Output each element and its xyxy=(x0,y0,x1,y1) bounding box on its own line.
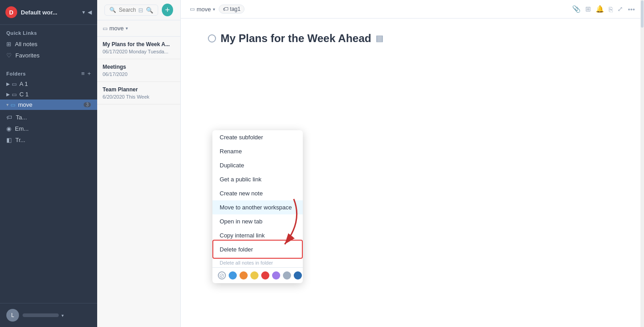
menu-item-create-subfolder[interactable]: Create subfolder xyxy=(212,130,303,144)
folder-name: A 1 xyxy=(19,81,91,87)
all-notes-label: All notes xyxy=(15,41,38,47)
search-box[interactable]: 🔍 ⊟ 🔍 xyxy=(104,5,158,16)
breadcrumb-tag-text: tag1 xyxy=(230,6,240,12)
attachment-icon[interactable]: 📎 xyxy=(572,5,581,13)
share-icon[interactable]: ⎘ xyxy=(609,5,613,13)
chevron-down-icon[interactable]: ▾ xyxy=(82,9,85,15)
context-menu: Create subfolder Rename Duplicate Get a … xyxy=(212,130,303,283)
folders-section-header: Folders ≡ + xyxy=(0,66,97,79)
breadcrumb-bar: ▭ move ▾ 🏷 tag1 📎 ⊞ 🔔 ⎘ ⤢ ••• xyxy=(181,0,644,19)
folder-item-a1[interactable]: ▶ ▭ A 1 xyxy=(0,79,97,89)
chevron-down-icon: ▾ xyxy=(6,102,9,107)
note-title: My Plans for the Week A... xyxy=(103,41,175,47)
color-blue[interactable] xyxy=(229,271,237,280)
color-picker-row xyxy=(212,267,303,283)
color-none[interactable] xyxy=(218,271,226,280)
scrollbar-thumb[interactable] xyxy=(641,0,644,28)
search-icon: 🔍 xyxy=(109,7,116,13)
user-menu-chevron[interactable]: ▾ xyxy=(61,313,64,318)
color-yellow[interactable] xyxy=(250,271,259,280)
main-scrollbar[interactable] xyxy=(640,0,644,327)
sidebar-item-all-notes[interactable]: ⊞ All notes xyxy=(0,38,97,50)
chevron-down-icon: ▾ xyxy=(213,7,215,12)
note-date: 6/20/2020 This Week xyxy=(103,94,175,100)
tag-icon: 🏷 xyxy=(6,114,12,121)
folders-sort-icon[interactable]: ≡ xyxy=(81,70,85,77)
search-magnify-icon[interactable]: 🔍 xyxy=(146,7,153,14)
menu-item-copy-internal-link[interactable]: Copy internal link xyxy=(212,228,303,242)
color-orange[interactable] xyxy=(240,271,248,280)
chevron-down-icon: ▾ xyxy=(126,26,128,31)
emojis-label: Em... xyxy=(15,125,28,132)
sidebar-item-tags[interactable]: 🏷 Ta... xyxy=(6,112,91,123)
grid-icon: ⊞ xyxy=(6,41,11,47)
color-red[interactable] xyxy=(261,271,269,280)
sidebar-item-favorites[interactable]: ♡ Favorites xyxy=(0,50,97,61)
grid-view-icon[interactable]: ⊞ xyxy=(585,5,591,13)
sidebar-item-emojis[interactable]: ◉ Em... xyxy=(6,123,91,134)
quick-links-title: Quick Links xyxy=(0,30,97,38)
template-icon: ◧ xyxy=(6,137,12,143)
menu-item-delete-all-notes[interactable]: Delete all notes in folder xyxy=(212,256,303,267)
folders-list: ▶ ▭ A 1 ▶ ▭ C 1 ▾ ▭ move 3 xyxy=(0,79,97,110)
emoji-icon: ◉ xyxy=(6,125,11,132)
menu-item-open-new-tab[interactable]: Open in new tab xyxy=(212,214,303,228)
sidebar-item-templates[interactable]: ◧ Tr... xyxy=(6,134,91,146)
note-date: 06/17/2020 xyxy=(103,71,175,77)
bell-icon[interactable]: 🔔 xyxy=(596,5,604,13)
breadcrumb-folder[interactable]: ▭ move ▾ xyxy=(190,6,215,13)
color-gray[interactable] xyxy=(283,271,291,280)
folders-title: Folders xyxy=(6,71,81,76)
folder-name: C 1 xyxy=(19,91,91,98)
menu-item-rename[interactable]: Rename xyxy=(212,144,303,158)
notes-panel-header: ▭ move ▾ xyxy=(97,20,180,37)
breadcrumb-tag[interactable]: 🏷 tag1 xyxy=(219,5,244,14)
templates-label: Tr... xyxy=(15,137,25,143)
folder-icon: ▭ xyxy=(12,91,17,98)
sidebar: D Default wor... ▾ ◀ Quick Links ⊞ All n… xyxy=(0,0,97,327)
collapse-sidebar-icon[interactable]: ◀ xyxy=(88,9,92,15)
add-note-button[interactable]: + xyxy=(162,4,173,16)
user-name-bar xyxy=(23,313,59,317)
menu-item-get-public-link[interactable]: Get a public link xyxy=(212,172,303,186)
note-item-2[interactable]: Team Planner 6/20/2020 This Week xyxy=(97,82,180,104)
note-date: 06/17/2020 Monday Tuesda... xyxy=(103,49,175,54)
user-avatar: L xyxy=(6,309,19,322)
more-icon[interactable]: ••• xyxy=(628,5,635,13)
favorites-label: Favorites xyxy=(15,52,39,59)
menu-item-create-new-note[interactable]: Create new note xyxy=(212,186,303,200)
notes-toolbar: 🔍 ⊟ 🔍 + xyxy=(97,0,180,20)
toolbar-right-icons: 📎 ⊞ 🔔 ⎘ ⤢ ••• xyxy=(572,5,635,13)
notes-folder-name-text: move xyxy=(109,25,124,32)
chevron-right-icon: ▶ xyxy=(6,81,10,86)
workspace-name: Default wor... xyxy=(21,9,80,16)
note-item-0[interactable]: My Plans for the Week A... 06/17/2020 Mo… xyxy=(97,37,180,59)
color-purple[interactable] xyxy=(272,271,280,280)
notes-panel: 🔍 ⊟ 🔍 + ▭ move ▾ My Plans for the Week A… xyxy=(97,0,181,327)
note-title-text: My Plans for the Week Ahead xyxy=(221,32,371,45)
folder-item-c1[interactable]: ▶ ▭ C 1 xyxy=(0,89,97,100)
chevron-right-icon: ▶ xyxy=(6,92,10,97)
search-input[interactable] xyxy=(119,7,136,13)
note-title: Meetings xyxy=(103,64,175,70)
menu-item-move-workspace[interactable]: Move to another workspace xyxy=(212,200,303,214)
folder-icon: ▭ xyxy=(12,81,17,87)
menu-item-delete-folder[interactable]: Delete folder xyxy=(212,242,303,256)
quick-links-section: Quick Links ⊞ All notes ♡ Favorites xyxy=(0,25,97,66)
breadcrumb-folder-name: move xyxy=(197,6,211,13)
note-editor-title: My Plans for the Week Ahead ▤ xyxy=(208,32,617,45)
folder-badge: 3 xyxy=(84,102,91,107)
note-circle-icon xyxy=(208,34,216,43)
tag-icon: 🏷 xyxy=(223,6,228,12)
folder-icon: ▭ xyxy=(103,25,108,32)
expand-icon[interactable]: ⤢ xyxy=(617,5,623,13)
folder-item-move[interactable]: ▾ ▭ move 3 xyxy=(0,100,97,110)
notes-folder-breadcrumb[interactable]: ▭ move ▾ xyxy=(103,25,175,32)
tags-label: Ta... xyxy=(16,114,27,121)
main-content: ▭ move ▾ 🏷 tag1 📎 ⊞ 🔔 ⎘ ⤢ ••• My Plans f… xyxy=(181,0,644,327)
filter-icon[interactable]: ⊟ xyxy=(138,7,143,14)
menu-item-duplicate[interactable]: Duplicate xyxy=(212,158,303,172)
folders-add-icon[interactable]: + xyxy=(87,70,91,77)
note-item-1[interactable]: Meetings 06/17/2020 xyxy=(97,59,180,82)
color-dark-blue[interactable] xyxy=(294,271,302,280)
